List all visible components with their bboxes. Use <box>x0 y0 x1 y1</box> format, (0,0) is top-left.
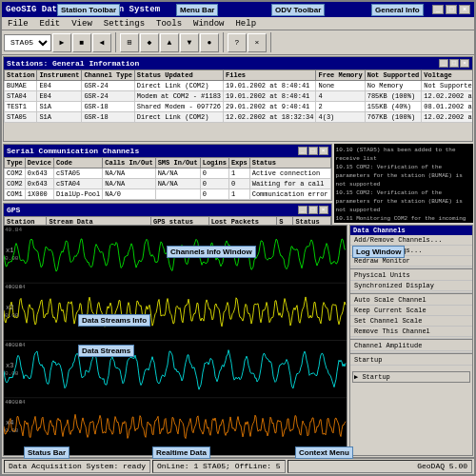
streams-canvas <box>4 226 347 455</box>
toolbar-btn-6[interactable]: ▲ <box>160 33 179 52</box>
menu-window[interactable]: Window <box>191 19 226 29</box>
context-menu-item[interactable]: Synchronized Display <box>350 281 472 291</box>
col-files: Files <box>224 70 316 81</box>
odv-toolbar: ⊞ ◆ ▲ ▼ ● <box>120 32 224 52</box>
col-free-mem: Free Memory <box>316 70 365 81</box>
col-station: Station <box>5 70 37 81</box>
data-streams-graph <box>3 225 347 456</box>
context-separator <box>350 268 472 269</box>
comm-col-code: Code <box>54 158 103 169</box>
gps-title: GPS <box>7 206 20 214</box>
startup-section: ▶ Startup <box>350 369 472 385</box>
toolbar-btn-7[interactable]: ▼ <box>180 33 199 52</box>
context-menu-item[interactable]: Color Settings... <box>350 246 472 256</box>
station-close-btn[interactable]: × <box>460 59 469 68</box>
context-menu-item[interactable]: Redraw Monitor <box>350 256 472 267</box>
context-menu-item[interactable]: Set Channel Scale <box>350 316 472 327</box>
context-separator <box>350 352 472 354</box>
station-max-btn[interactable]: □ <box>449 59 459 68</box>
status-version: GeoDAQ 5.00 <box>288 460 472 473</box>
toolbar-btn-5[interactable]: ◆ <box>140 33 159 52</box>
status-online: OnLine: 1 STA05; OffLine: 5 <box>152 460 286 473</box>
log-entry: 10.15 COM2: Verification of the paramete… <box>336 163 471 188</box>
col-voltage: Voltage <box>422 70 472 81</box>
station-toolbar: STA05 ▶ ■ ◀ <box>4 32 116 52</box>
comm-min-btn[interactable]: _ <box>298 147 307 155</box>
comm-table: Type Device Code Calls In/Out SMS In/Out… <box>4 157 331 200</box>
context-menu-item[interactable]: Remove This Channel <box>350 327 472 337</box>
context-menu-item[interactable]: Auto Scale Channel <box>350 295 472 306</box>
comm-col-calls: Calls In/Out <box>103 158 155 169</box>
comm-col-exps: Exps <box>228 158 249 169</box>
menu-file[interactable]: File <box>6 19 30 29</box>
toolbar-btn-10[interactable]: × <box>248 33 267 52</box>
log-entry: 10.11 Monitoring COM2 for the incoming c… <box>336 214 471 223</box>
comm-window: Serial Communication Channels _ □ × Type <box>3 144 332 201</box>
context-panel-title: Data Channels <box>350 226 472 235</box>
comm-col-logins: Logins <box>200 158 228 169</box>
station-min-btn[interactable]: _ <box>439 59 448 68</box>
table-row: COM20x643cSTA05NA/NANA/NA01Active connec… <box>5 169 331 179</box>
comm-col-type: Type <box>5 158 26 169</box>
content-area: Stations: General Information _ □ × Stat… <box>2 55 474 457</box>
context-menu-item[interactable]: Keep Current Scale <box>350 306 472 316</box>
maximize-button[interactable]: □ <box>446 5 457 14</box>
context-menu-list: Add/Remove Channels...Color Settings...R… <box>350 235 472 366</box>
comm-col-status: Status <box>249 158 330 169</box>
log-entry: 10.10 (STA05) has been added to the rece… <box>336 146 471 163</box>
station-window: Stations: General Information _ □ × Stat… <box>3 56 473 142</box>
toolbar-btn-1[interactable]: ▶ <box>52 33 71 52</box>
menu-edit[interactable]: Edit <box>38 19 63 29</box>
log-window: 10.10 (STA05) has been added to the rece… <box>334 144 473 223</box>
station-dropdown[interactable]: STA05 <box>4 34 51 51</box>
title-bar: GeoSIG Data Acquisition System _ □ × <box>2 2 474 17</box>
menu-view[interactable]: View <box>69 19 94 29</box>
comm-title: Serial Communication Channels <box>7 147 139 155</box>
menu-tools[interactable]: Tools <box>154 19 184 29</box>
status-bar: Data Acquisition System: ready OnLine: 1… <box>2 457 474 474</box>
gps-max-btn[interactable]: □ <box>308 206 318 214</box>
close-button[interactable]: × <box>459 5 470 14</box>
toolbar-btn-8[interactable]: ● <box>200 33 219 52</box>
minimize-button[interactable]: _ <box>432 5 444 14</box>
context-menu-panel: Data Channels Add/Remove Channels...Colo… <box>349 225 473 456</box>
menu-settings[interactable]: Settings <box>102 19 147 29</box>
startup-btn[interactable]: ▶ Startup <box>352 371 470 383</box>
toolbar-btn-4[interactable]: ⊞ <box>120 33 139 52</box>
gps-close-btn[interactable]: × <box>319 206 328 214</box>
context-menu-item[interactable]: Physical Units <box>350 270 472 281</box>
context-separator <box>350 292 472 294</box>
col-instrument: Instrument <box>37 70 82 81</box>
table-row: TEST1S1AGSR-18Shared Modem - 09772629.01… <box>5 102 473 112</box>
app-title: GeoSIG Data Acquisition System <box>6 5 160 14</box>
station-table-wrap: Station Instrument Channel Type Status U… <box>4 69 472 123</box>
bottom-area: Data Channels Add/Remove Channels...Colo… <box>2 224 474 457</box>
table-row: BUMAEE04GSR-24Direct Link (COM2)19.01.20… <box>5 81 473 91</box>
col-status-updated: Status Updated <box>134 70 223 81</box>
log-entry: 10.15 COM2: Verification of the paramete… <box>336 188 471 214</box>
main-window: GeoSIG Data Acquisition System _ □ × Fil… <box>0 0 476 476</box>
col-not-supported: Not Supported <box>365 70 422 81</box>
toolbar-btn-3[interactable]: ◀ <box>92 33 111 52</box>
toolbar-btn-9[interactable]: ? <box>228 33 247 52</box>
comm-close-btn[interactable]: × <box>319 147 328 155</box>
toolbar-btn-2[interactable]: ■ <box>72 33 91 52</box>
context-separator <box>350 338 472 340</box>
menu-bar: File Edit View Settings Tools Window Hel… <box>2 17 474 30</box>
station-title: Stations: General Information <box>7 59 139 68</box>
station-title-bar: Stations: General Information _ □ × <box>4 57 472 69</box>
comm-title-bar: Serial Communication Channels _ □ × <box>4 145 331 157</box>
menu-help[interactable]: Help <box>233 19 258 29</box>
context-menu-item[interactable]: Add/Remove Channels... <box>350 235 472 246</box>
table-row: STA04E04GSR-24Modem at COM2 - #118319.01… <box>5 91 473 102</box>
middle-area: Serial Communication Channels _ □ × Type <box>2 143 474 224</box>
context-menu-item[interactable]: Startup <box>350 355 472 366</box>
context-menu-item[interactable]: Channel Amplitude <box>350 341 472 351</box>
comm-col-device: Device <box>25 158 53 169</box>
gps-min-btn[interactable]: _ <box>298 206 307 214</box>
comm-col-sms: SMS In/Out <box>155 158 200 169</box>
gps-title-bar: GPS _ □ × <box>4 204 331 216</box>
general-toolbar: ? × <box>228 32 271 52</box>
status-ready: Data Acquisition System: ready <box>4 460 150 473</box>
comm-max-btn[interactable]: □ <box>308 147 318 155</box>
